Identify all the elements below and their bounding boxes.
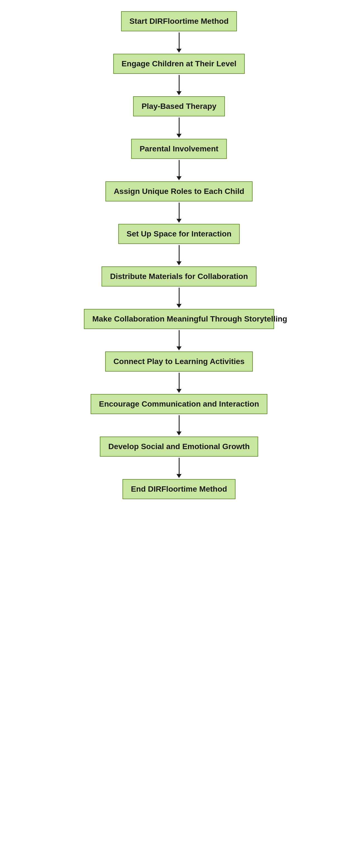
flow-node-storytelling: Make Collaboration Meaningful Through St… (84, 309, 274, 329)
arrow-head-3 (176, 176, 182, 180)
arrow-line-9 (179, 415, 180, 432)
arrow-head-2 (176, 134, 182, 138)
arrow-6 (176, 286, 182, 309)
arrow-head-8 (176, 389, 182, 393)
arrow-4 (176, 202, 182, 224)
flow-node-start: Start DIRFloortime Method (121, 11, 237, 31)
flow-node-distribute: Distribute Materials for Collaboration (101, 267, 256, 286)
arrow-1 (176, 74, 182, 96)
arrow-3 (176, 159, 182, 181)
flow-node-end: End DIRFloortime Method (123, 479, 235, 499)
arrow-line-1 (179, 75, 180, 91)
arrow-head-4 (176, 219, 182, 223)
arrow-10 (176, 457, 182, 479)
arrow-9 (176, 414, 182, 436)
arrow-7 (176, 329, 182, 351)
arrow-line-3 (179, 160, 180, 176)
flowchart: Start DIRFloortime MethodEngage Children… (84, 11, 274, 499)
arrow-line-5 (179, 245, 180, 261)
arrow-head-0 (176, 49, 182, 53)
arrow-line-7 (179, 330, 180, 346)
arrow-head-6 (176, 304, 182, 308)
flow-node-set-up-space: Set Up Space for Interaction (118, 224, 240, 244)
flow-node-assign-roles: Assign Unique Roles to Each Child (105, 181, 253, 202)
flow-node-play-based: Play-Based Therapy (133, 96, 225, 116)
arrow-line-4 (179, 203, 180, 219)
arrow-head-1 (176, 91, 182, 95)
arrow-line-2 (179, 118, 180, 134)
arrow-line-0 (179, 32, 180, 49)
flow-node-develop: Develop Social and Emotional Growth (100, 436, 258, 457)
flow-node-encourage: Encourage Communication and Interaction (91, 394, 268, 414)
flow-node-parental: Parental Involvement (131, 139, 227, 159)
arrow-head-9 (176, 432, 182, 435)
flow-node-connect-play: Connect Play to Learning Activities (105, 351, 253, 372)
arrow-line-8 (179, 373, 180, 389)
flow-node-engage: Engage Children at Their Level (113, 54, 245, 74)
arrow-head-5 (176, 261, 182, 265)
arrow-line-10 (179, 458, 180, 474)
arrow-5 (176, 244, 182, 267)
arrow-2 (176, 116, 182, 139)
arrow-line-6 (179, 288, 180, 304)
arrow-8 (176, 372, 182, 394)
arrow-head-7 (176, 346, 182, 350)
arrow-0 (176, 31, 182, 54)
arrow-head-10 (176, 474, 182, 478)
